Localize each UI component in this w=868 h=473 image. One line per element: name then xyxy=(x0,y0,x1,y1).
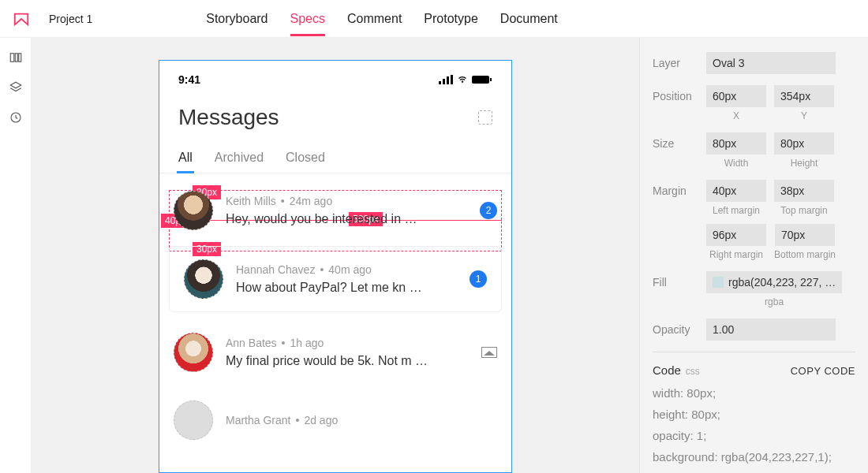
margin-left-field[interactable]: 40px xyxy=(706,180,766,202)
label-margin: Margin xyxy=(653,180,697,197)
layer-name-field[interactable]: Oval 3 xyxy=(706,52,836,74)
message-preview: How about PayPal? Let me kn … xyxy=(236,281,457,295)
project-name[interactable]: Project 1 xyxy=(49,13,92,25)
layers-icon[interactable] xyxy=(9,80,23,95)
inspector-panel: Layer Oval 3 Position 60pxX 354pxY Size … xyxy=(639,38,868,473)
wifi-icon xyxy=(456,75,469,84)
label-opacity: Opacity xyxy=(653,318,697,336)
unread-badge: 2 xyxy=(480,202,497,219)
label-size: Size xyxy=(653,132,697,150)
avatar[interactable] xyxy=(184,259,223,299)
svg-rect-9 xyxy=(472,76,489,84)
segment-archived[interactable]: Archived xyxy=(215,143,264,173)
avatar[interactable] xyxy=(174,400,213,440)
message-time: 1h ago xyxy=(290,337,324,349)
sender-name: Ann Bates xyxy=(226,337,277,349)
tab-document[interactable]: Document xyxy=(500,2,558,35)
page-title: Messages xyxy=(178,105,279,130)
message-row[interactable]: Hannah Chavez•40m ago How about PayPal? … xyxy=(169,246,502,312)
svg-rect-2 xyxy=(18,54,21,62)
fill-swatch xyxy=(713,277,724,288)
topbar: Project 1 Storyboard Specs Comment Proto… xyxy=(0,0,868,38)
unread-badge: 1 xyxy=(470,270,487,288)
code-line: width: 80px; xyxy=(653,386,855,400)
tab-prototype[interactable]: Prototype xyxy=(424,2,477,35)
main-tabs: Storyboard Specs Comment Prototype Docum… xyxy=(206,2,558,35)
code-heading: Code xyxy=(653,363,681,377)
app-logo-icon xyxy=(13,10,30,28)
panels-icon[interactable] xyxy=(9,50,23,65)
sender-name: Keith Mills xyxy=(226,195,276,207)
size-height-field[interactable]: 80px xyxy=(774,132,834,155)
svg-rect-7 xyxy=(451,75,453,84)
message-row[interactable]: Martha Grant•2d ago xyxy=(159,388,511,453)
code-lang: css xyxy=(686,366,700,377)
message-row[interactable]: Keith Mills•24m ago Hey, would you be in… xyxy=(159,178,511,243)
svg-rect-4 xyxy=(439,81,441,84)
tab-specs[interactable]: Specs xyxy=(290,2,325,35)
status-bar: 9:41 xyxy=(159,61,511,92)
message-row[interactable]: Ann Bates•1h ago My final price would be… xyxy=(159,320,511,385)
photo-attachment-icon xyxy=(481,347,497,358)
code-line: opacity: 1; xyxy=(653,429,855,442)
code-line: background: rgba(204,223,227,1); xyxy=(653,450,855,464)
tab-storyboard[interactable]: Storyboard xyxy=(206,2,268,35)
label-position: Position xyxy=(653,85,697,102)
copy-code-button[interactable]: COPY CODE xyxy=(791,365,855,377)
margin-top-field[interactable]: 38px xyxy=(774,180,834,202)
tab-comment[interactable]: Comment xyxy=(347,2,402,35)
sender-name: Martha Grant xyxy=(226,414,290,426)
segment-closed[interactable]: Closed xyxy=(286,143,325,173)
svg-rect-1 xyxy=(15,54,17,62)
message-preview: My final price would be 5k. Not m … xyxy=(226,354,469,368)
battery-icon xyxy=(472,75,492,84)
svg-point-8 xyxy=(462,82,463,84)
svg-rect-5 xyxy=(443,79,445,84)
message-preview: Hey, would you be interested in … xyxy=(226,212,467,226)
avatar[interactable] xyxy=(174,333,213,372)
label-layer: Layer xyxy=(653,52,697,69)
signal-icon xyxy=(439,75,453,84)
segment-all[interactable]: All xyxy=(178,143,193,173)
position-y-field[interactable]: 354px xyxy=(774,85,834,107)
label-fill: Fill xyxy=(653,271,697,289)
message-time: 24m ago xyxy=(290,195,332,207)
opacity-field[interactable]: 1.00 xyxy=(706,318,836,341)
message-time: 40m ago xyxy=(328,263,371,276)
margin-bottom-field[interactable]: 70px xyxy=(775,224,835,246)
position-x-field[interactable]: 60px xyxy=(706,85,766,107)
status-time: 9:41 xyxy=(178,73,200,86)
compose-icon[interactable] xyxy=(478,110,492,125)
fill-field[interactable]: rgba(204,223, 227, … xyxy=(706,271,842,293)
message-time: 2d ago xyxy=(304,414,338,426)
svg-rect-10 xyxy=(490,78,492,81)
svg-rect-6 xyxy=(447,76,449,84)
margin-right-field[interactable]: 96px xyxy=(706,224,766,246)
status-icons xyxy=(439,75,492,84)
history-icon[interactable] xyxy=(9,110,23,125)
tool-rail xyxy=(0,38,32,473)
avatar[interactable] xyxy=(174,191,213,230)
artboard[interactable]: 9:41 Messages All Archived Closed 30px xyxy=(159,60,512,473)
svg-rect-0 xyxy=(10,54,14,62)
code-line: height: 80px; xyxy=(653,408,855,421)
sender-name: Hannah Chavez xyxy=(236,263,315,276)
size-width-field[interactable]: 80px xyxy=(706,132,766,155)
canvas[interactable]: 9:41 Messages All Archived Closed 30px xyxy=(32,38,639,473)
segment-control: All Archived Closed xyxy=(159,143,511,173)
